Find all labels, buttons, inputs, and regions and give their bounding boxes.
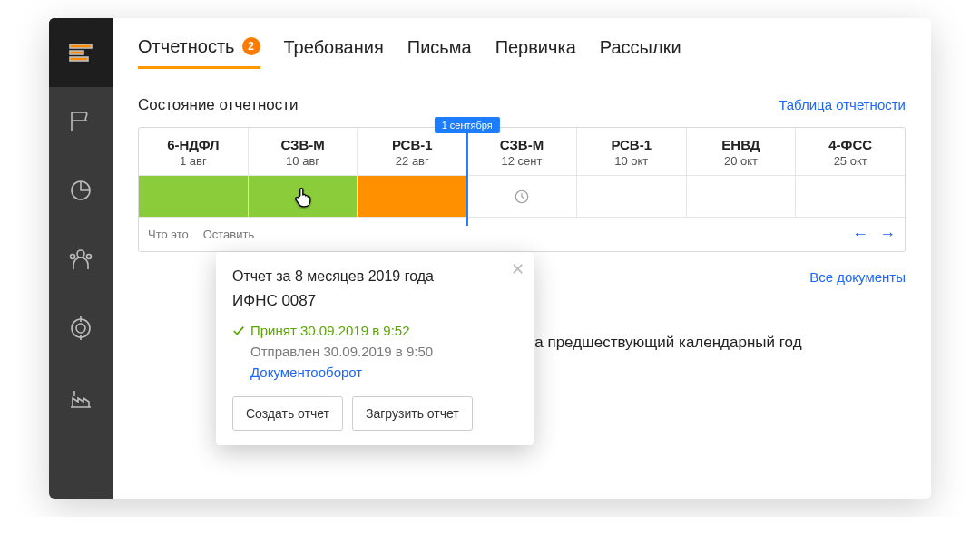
svg-rect-2 <box>70 57 88 61</box>
clock-icon <box>514 189 530 205</box>
svg-point-8 <box>76 324 85 333</box>
factory-icon <box>67 384 94 411</box>
status-cell-empty[interactable] <box>576 176 686 217</box>
popup-org: ИФНС 0087 <box>232 292 517 310</box>
tab-requirements[interactable]: Требования <box>284 37 384 67</box>
col-name: РСВ-1 <box>365 137 459 152</box>
status-title: Состояние отчетности <box>138 96 299 114</box>
accepted-text: Принят 30.09.2019 в 9:52 <box>250 323 410 338</box>
target-icon <box>67 315 94 342</box>
col-date: 10 авг <box>256 154 350 168</box>
app-window: Отчетность 2 Требования Письма Первичка … <box>49 18 931 499</box>
sidebar-flag[interactable] <box>49 87 113 156</box>
prev-arrow[interactable]: ← <box>852 225 868 244</box>
tab-badge: 2 <box>242 37 260 55</box>
main-content: Отчетность 2 Требования Письма Первичка … <box>113 18 931 499</box>
svg-point-5 <box>71 255 75 259</box>
col-date: 10 окт <box>584 154 679 168</box>
cursor-hand-icon <box>291 185 315 209</box>
create-report-button[interactable]: Создать отчет <box>232 396 343 431</box>
svg-point-4 <box>77 250 84 257</box>
col-date: 1 авг <box>146 154 240 168</box>
status-cell-empty[interactable] <box>686 176 796 217</box>
check-icon <box>232 325 245 337</box>
sidebar-target[interactable] <box>49 294 113 363</box>
marker-label: 1 сентября <box>435 117 500 133</box>
status-header: Состояние отчетности Таблица отчетности <box>138 96 906 114</box>
col-date: 22 авг <box>365 154 459 168</box>
col-name: 6-НДФЛ <box>146 137 240 152</box>
tab-reports[interactable]: Отчетность 2 <box>138 36 260 69</box>
date-marker: 1 сентября <box>435 117 500 133</box>
popup-status: Принят 30.09.2019 в 9:52 Отправлен 30.09… <box>232 323 517 380</box>
sidebar-logo[interactable] <box>49 18 113 87</box>
table-link[interactable]: Таблица отчетности <box>779 97 906 112</box>
sidebar-factory[interactable] <box>49 363 113 432</box>
piechart-icon <box>67 177 94 204</box>
col-date: 20 окт <box>694 154 789 168</box>
timeline-col[interactable]: РСВ-122 авг <box>357 128 466 175</box>
timeline-bar <box>139 175 905 217</box>
status-cell-done[interactable] <box>139 176 248 217</box>
col-date: 25 окт <box>803 154 897 168</box>
col-date: 12 сент <box>475 154 569 168</box>
col-name: РСВ-1 <box>584 137 679 152</box>
timeline-nav: ← → <box>852 225 896 244</box>
report-popup: ✕ Отчет за 8 месяцев 2019 года ИФНС 0087… <box>216 252 534 445</box>
upload-report-button[interactable]: Загрузить отчет <box>352 396 473 431</box>
status-cell-done[interactable] <box>248 176 358 217</box>
col-name: СЗВ-М <box>256 137 350 152</box>
timeline-head: 6-НДФЛ1 авг СЗВ-М10 авг РСВ-122 авг СЗВ-… <box>139 128 905 175</box>
tabs: Отчетность 2 Требования Письма Первичка … <box>138 33 906 73</box>
docflow-link[interactable]: Документооборот <box>232 364 517 380</box>
popup-actions: Создать отчет Загрузить отчет <box>232 396 517 431</box>
logo-icon <box>67 39 94 66</box>
tab-label: Письма <box>407 37 472 58</box>
tab-label: Требования <box>284 37 384 58</box>
tab-letters[interactable]: Письма <box>407 37 472 67</box>
flag-icon <box>67 108 94 135</box>
timeline-col[interactable]: 4-ФСС25 окт <box>795 128 905 175</box>
all-docs-link[interactable]: Все документы <box>809 269 906 285</box>
tab-mailings[interactable]: Рассылки <box>600 37 681 67</box>
col-name: СЗВ-М <box>475 137 569 152</box>
timeline: 1 сентября 6-НДФЛ1 авг СЗВ-М10 авг РСВ-1… <box>138 127 906 252</box>
col-name: ЕНВД <box>694 137 789 152</box>
sidebar <box>49 18 113 499</box>
keep-link[interactable]: Оставить <box>203 228 255 241</box>
svg-point-6 <box>87 255 92 259</box>
tab-primary[interactable]: Первичка <box>495 37 576 67</box>
timeline-foot: Что это Оставить ← → <box>139 217 905 251</box>
sidebar-people[interactable] <box>49 225 113 294</box>
svg-rect-0 <box>70 44 92 48</box>
sidebar-piechart[interactable] <box>49 156 113 225</box>
timeline-col[interactable]: СЗВ-М10 авг <box>248 128 358 175</box>
timeline-col[interactable]: 6-НДФЛ1 авг <box>139 128 248 175</box>
tab-label: Отчетность <box>138 36 235 57</box>
tab-label: Рассылки <box>600 37 681 58</box>
whatis-link[interactable]: Что это <box>148 228 189 241</box>
next-arrow[interactable]: → <box>879 225 896 244</box>
timeline-col[interactable]: РСВ-110 окт <box>576 128 686 175</box>
timeline-col[interactable]: ЕНВД20 окт <box>686 128 796 175</box>
status-cell-warning[interactable] <box>357 176 466 217</box>
col-name: 4-ФСС <box>803 137 897 152</box>
timeline-foot-left: Что это Оставить <box>148 228 254 241</box>
sent-text: Отправлен 30.09.2019 в 9:50 <box>232 344 517 359</box>
tab-label: Первичка <box>495 37 576 58</box>
accepted-line: Принят 30.09.2019 в 9:52 <box>232 323 517 338</box>
timeline-col[interactable]: СЗВ-М12 сент <box>466 128 576 175</box>
status-cell-pending[interactable] <box>466 176 576 217</box>
status-cell-empty[interactable] <box>795 176 905 217</box>
marker-line <box>466 133 468 226</box>
close-icon[interactable]: ✕ <box>511 259 524 279</box>
people-icon <box>67 246 94 273</box>
popup-title: Отчет за 8 месяцев 2019 года <box>232 268 517 285</box>
svg-rect-1 <box>70 51 83 54</box>
